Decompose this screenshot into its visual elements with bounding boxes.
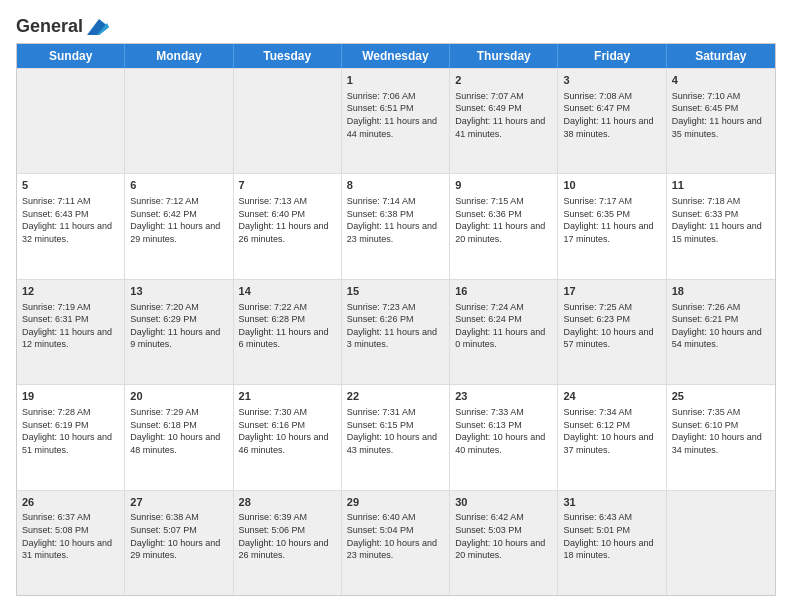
day-number: 25 — [672, 389, 770, 404]
day-number: 27 — [130, 495, 227, 510]
cell-content: Sunrise: 7:08 AM Sunset: 6:47 PM Dayligh… — [563, 90, 660, 140]
cal-cell-empty — [667, 491, 775, 595]
cal-cell-day-26: 26Sunrise: 6:37 AM Sunset: 5:08 PM Dayli… — [17, 491, 125, 595]
cell-content: Sunrise: 6:38 AM Sunset: 5:07 PM Dayligh… — [130, 511, 227, 561]
cell-content: Sunrise: 7:34 AM Sunset: 6:12 PM Dayligh… — [563, 406, 660, 456]
cal-cell-day-24: 24Sunrise: 7:34 AM Sunset: 6:12 PM Dayli… — [558, 385, 666, 489]
day-number: 12 — [22, 284, 119, 299]
cell-content: Sunrise: 7:35 AM Sunset: 6:10 PM Dayligh… — [672, 406, 770, 456]
day-number: 22 — [347, 389, 444, 404]
cal-cell-day-23: 23Sunrise: 7:33 AM Sunset: 6:13 PM Dayli… — [450, 385, 558, 489]
cal-cell-day-25: 25Sunrise: 7:35 AM Sunset: 6:10 PM Dayli… — [667, 385, 775, 489]
cell-content: Sunrise: 6:43 AM Sunset: 5:01 PM Dayligh… — [563, 511, 660, 561]
calendar: SundayMondayTuesdayWednesdayThursdayFrid… — [16, 43, 776, 596]
cal-cell-day-13: 13Sunrise: 7:20 AM Sunset: 6:29 PM Dayli… — [125, 280, 233, 384]
cell-content: Sunrise: 7:29 AM Sunset: 6:18 PM Dayligh… — [130, 406, 227, 456]
day-number: 4 — [672, 73, 770, 88]
cell-content: Sunrise: 6:37 AM Sunset: 5:08 PM Dayligh… — [22, 511, 119, 561]
day-number: 14 — [239, 284, 336, 299]
header: General — [16, 16, 776, 33]
cal-cell-day-18: 18Sunrise: 7:26 AM Sunset: 6:21 PM Dayli… — [667, 280, 775, 384]
cal-cell-day-8: 8Sunrise: 7:14 AM Sunset: 6:38 PM Daylig… — [342, 174, 450, 278]
cell-content: Sunrise: 7:28 AM Sunset: 6:19 PM Dayligh… — [22, 406, 119, 456]
logo-text-general: General — [16, 16, 83, 37]
day-number: 5 — [22, 178, 119, 193]
calendar-body: 1Sunrise: 7:06 AM Sunset: 6:51 PM Daylig… — [17, 68, 775, 595]
day-number: 29 — [347, 495, 444, 510]
cal-cell-day-10: 10Sunrise: 7:17 AM Sunset: 6:35 PM Dayli… — [558, 174, 666, 278]
day-number: 18 — [672, 284, 770, 299]
cal-cell-day-19: 19Sunrise: 7:28 AM Sunset: 6:19 PM Dayli… — [17, 385, 125, 489]
cell-content: Sunrise: 7:10 AM Sunset: 6:45 PM Dayligh… — [672, 90, 770, 140]
day-number: 26 — [22, 495, 119, 510]
cal-cell-day-16: 16Sunrise: 7:24 AM Sunset: 6:24 PM Dayli… — [450, 280, 558, 384]
day-number: 10 — [563, 178, 660, 193]
cal-cell-day-28: 28Sunrise: 6:39 AM Sunset: 5:06 PM Dayli… — [234, 491, 342, 595]
day-number: 16 — [455, 284, 552, 299]
cal-cell-day-12: 12Sunrise: 7:19 AM Sunset: 6:31 PM Dayli… — [17, 280, 125, 384]
day-number: 2 — [455, 73, 552, 88]
day-number: 20 — [130, 389, 227, 404]
cell-content: Sunrise: 6:39 AM Sunset: 5:06 PM Dayligh… — [239, 511, 336, 561]
day-number: 31 — [563, 495, 660, 510]
cal-cell-day-14: 14Sunrise: 7:22 AM Sunset: 6:28 PM Dayli… — [234, 280, 342, 384]
cal-cell-day-9: 9Sunrise: 7:15 AM Sunset: 6:36 PM Daylig… — [450, 174, 558, 278]
cal-cell-day-29: 29Sunrise: 6:40 AM Sunset: 5:04 PM Dayli… — [342, 491, 450, 595]
day-number: 8 — [347, 178, 444, 193]
cell-content: Sunrise: 7:07 AM Sunset: 6:49 PM Dayligh… — [455, 90, 552, 140]
cell-content: Sunrise: 7:30 AM Sunset: 6:16 PM Dayligh… — [239, 406, 336, 456]
calendar-row-0: 1Sunrise: 7:06 AM Sunset: 6:51 PM Daylig… — [17, 68, 775, 173]
cal-cell-day-21: 21Sunrise: 7:30 AM Sunset: 6:16 PM Dayli… — [234, 385, 342, 489]
cal-cell-day-4: 4Sunrise: 7:10 AM Sunset: 6:45 PM Daylig… — [667, 69, 775, 173]
day-number: 1 — [347, 73, 444, 88]
cal-cell-day-11: 11Sunrise: 7:18 AM Sunset: 6:33 PM Dayli… — [667, 174, 775, 278]
cell-content: Sunrise: 7:19 AM Sunset: 6:31 PM Dayligh… — [22, 301, 119, 351]
logo-icon — [87, 19, 109, 35]
day-number: 13 — [130, 284, 227, 299]
cal-cell-day-6: 6Sunrise: 7:12 AM Sunset: 6:42 PM Daylig… — [125, 174, 233, 278]
day-number: 30 — [455, 495, 552, 510]
cell-content: Sunrise: 7:33 AM Sunset: 6:13 PM Dayligh… — [455, 406, 552, 456]
cell-content: Sunrise: 7:20 AM Sunset: 6:29 PM Dayligh… — [130, 301, 227, 351]
weekday-header-monday: Monday — [125, 44, 233, 68]
day-number: 17 — [563, 284, 660, 299]
cell-content: Sunrise: 7:31 AM Sunset: 6:15 PM Dayligh… — [347, 406, 444, 456]
weekday-header-friday: Friday — [558, 44, 666, 68]
day-number: 23 — [455, 389, 552, 404]
cal-cell-day-5: 5Sunrise: 7:11 AM Sunset: 6:43 PM Daylig… — [17, 174, 125, 278]
calendar-header: SundayMondayTuesdayWednesdayThursdayFrid… — [17, 44, 775, 68]
cell-content: Sunrise: 7:12 AM Sunset: 6:42 PM Dayligh… — [130, 195, 227, 245]
weekday-header-tuesday: Tuesday — [234, 44, 342, 68]
cell-content: Sunrise: 7:26 AM Sunset: 6:21 PM Dayligh… — [672, 301, 770, 351]
weekday-header-saturday: Saturday — [667, 44, 775, 68]
day-number: 6 — [130, 178, 227, 193]
day-number: 9 — [455, 178, 552, 193]
weekday-header-sunday: Sunday — [17, 44, 125, 68]
cal-cell-empty — [234, 69, 342, 173]
cell-content: Sunrise: 7:11 AM Sunset: 6:43 PM Dayligh… — [22, 195, 119, 245]
cell-content: Sunrise: 7:17 AM Sunset: 6:35 PM Dayligh… — [563, 195, 660, 245]
day-number: 24 — [563, 389, 660, 404]
day-number: 28 — [239, 495, 336, 510]
cell-content: Sunrise: 7:24 AM Sunset: 6:24 PM Dayligh… — [455, 301, 552, 351]
cal-cell-day-2: 2Sunrise: 7:07 AM Sunset: 6:49 PM Daylig… — [450, 69, 558, 173]
cell-content: Sunrise: 6:42 AM Sunset: 5:03 PM Dayligh… — [455, 511, 552, 561]
page: General SundayMondayTuesdayWednesdayThur… — [0, 0, 792, 612]
cal-cell-day-1: 1Sunrise: 7:06 AM Sunset: 6:51 PM Daylig… — [342, 69, 450, 173]
cell-content: Sunrise: 6:40 AM Sunset: 5:04 PM Dayligh… — [347, 511, 444, 561]
cal-cell-day-17: 17Sunrise: 7:25 AM Sunset: 6:23 PM Dayli… — [558, 280, 666, 384]
cal-cell-empty — [125, 69, 233, 173]
day-number: 11 — [672, 178, 770, 193]
day-number: 3 — [563, 73, 660, 88]
cell-content: Sunrise: 7:25 AM Sunset: 6:23 PM Dayligh… — [563, 301, 660, 351]
cal-cell-day-31: 31Sunrise: 6:43 AM Sunset: 5:01 PM Dayli… — [558, 491, 666, 595]
cell-content: Sunrise: 7:06 AM Sunset: 6:51 PM Dayligh… — [347, 90, 444, 140]
cell-content: Sunrise: 7:15 AM Sunset: 6:36 PM Dayligh… — [455, 195, 552, 245]
cal-cell-day-27: 27Sunrise: 6:38 AM Sunset: 5:07 PM Dayli… — [125, 491, 233, 595]
cal-cell-day-22: 22Sunrise: 7:31 AM Sunset: 6:15 PM Dayli… — [342, 385, 450, 489]
day-number: 15 — [347, 284, 444, 299]
cal-cell-day-15: 15Sunrise: 7:23 AM Sunset: 6:26 PM Dayli… — [342, 280, 450, 384]
day-number: 21 — [239, 389, 336, 404]
day-number: 19 — [22, 389, 119, 404]
cell-content: Sunrise: 7:14 AM Sunset: 6:38 PM Dayligh… — [347, 195, 444, 245]
